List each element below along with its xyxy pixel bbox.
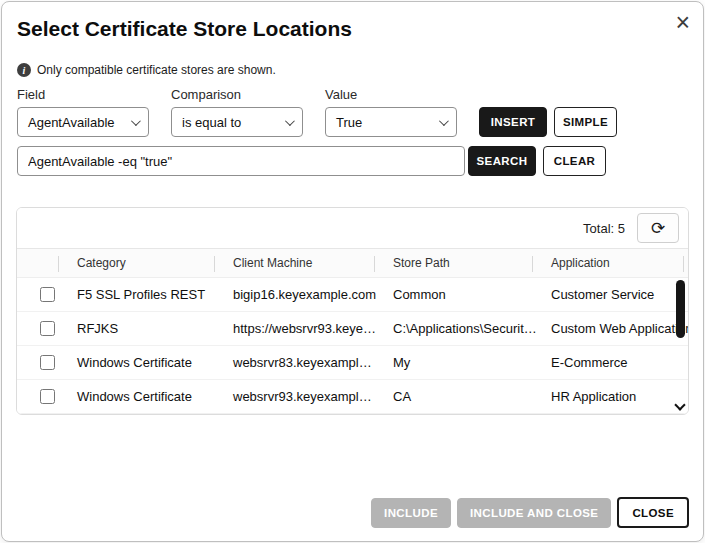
simple-button[interactable]: SIMPLE bbox=[554, 107, 617, 137]
select-certificate-store-dialog: Select Certificate Store Locations × i O… bbox=[1, 1, 704, 542]
table-header-row: Category Client Machine Store Path Appli… bbox=[17, 248, 688, 278]
info-text: Only compatible certificate stores are s… bbox=[37, 63, 276, 77]
cell-client-machine: https://websrvr93.keye… bbox=[219, 321, 379, 336]
field-group: Field AgentAvailable bbox=[17, 87, 149, 137]
field-select[interactable]: AgentAvailable bbox=[17, 107, 149, 137]
results-table-card: Total: 5 ⟳ Category Client Machine Store… bbox=[16, 207, 689, 415]
row-checkbox[interactable] bbox=[40, 287, 55, 302]
query-builder-row-2: SEARCH CLEAR bbox=[17, 146, 687, 176]
dialog-title: Select Certificate Store Locations bbox=[17, 17, 685, 41]
column-header-checkbox bbox=[17, 249, 63, 277]
vertical-scrollbar[interactable] bbox=[674, 280, 686, 412]
cell-store-path: CA bbox=[379, 389, 537, 404]
search-button[interactable]: SEARCH bbox=[468, 146, 536, 176]
field-label: Field bbox=[17, 87, 149, 102]
table-row[interactable]: F5 SSL Profiles REST bigip16.keyexample.… bbox=[17, 278, 688, 312]
refresh-button[interactable]: ⟳ bbox=[637, 213, 679, 243]
insert-simple-buttons: INSERT SIMPLE bbox=[479, 107, 617, 137]
cell-application: Custom Web Application bbox=[537, 321, 688, 336]
cell-category: RFJKS bbox=[63, 321, 219, 336]
query-builder-row-1: Field AgentAvailable Comparison is equal… bbox=[17, 87, 687, 137]
row-checkbox[interactable] bbox=[40, 321, 55, 336]
cell-client-machine: websrvr83.keyexampl… bbox=[219, 355, 379, 370]
search-clear-buttons: SEARCH CLEAR bbox=[468, 146, 606, 176]
cell-category: F5 SSL Profiles REST bbox=[63, 287, 219, 302]
value-label: Value bbox=[325, 87, 457, 102]
chevron-down-icon bbox=[439, 116, 449, 126]
cell-application: HR Application bbox=[537, 389, 688, 404]
column-header-client-machine[interactable]: Client Machine bbox=[219, 249, 379, 277]
table-row[interactable]: RFJKS https://websrvr93.keye… C:\Applica… bbox=[17, 312, 688, 346]
close-button[interactable]: CLOSE bbox=[617, 497, 689, 528]
table-toolbar: Total: 5 ⟳ bbox=[17, 208, 688, 248]
dialog-footer: INCLUDE INCLUDE AND CLOSE CLOSE bbox=[371, 497, 689, 528]
include-button[interactable]: INCLUDE bbox=[371, 498, 451, 528]
chevron-down-icon bbox=[131, 116, 141, 126]
scroll-down-arrow-icon[interactable] bbox=[674, 399, 685, 410]
row-checkbox[interactable] bbox=[40, 355, 55, 370]
cell-category: Windows Certificate bbox=[63, 389, 219, 404]
refresh-icon: ⟳ bbox=[651, 220, 665, 237]
cell-store-path: My bbox=[379, 355, 537, 370]
cell-store-path: C:\Applications\Securit… bbox=[379, 321, 537, 336]
info-icon: i bbox=[17, 63, 31, 77]
table-row[interactable]: Windows Certificate websrvr93.keyexampl…… bbox=[17, 380, 688, 414]
value-select-value: True bbox=[336, 115, 362, 130]
chevron-down-icon bbox=[285, 116, 295, 126]
column-header-application[interactable]: Application bbox=[537, 249, 688, 277]
close-icon[interactable]: × bbox=[675, 10, 690, 35]
cell-category: Windows Certificate bbox=[63, 355, 219, 370]
dialog-header: Select Certificate Store Locations bbox=[2, 2, 703, 47]
comparison-select[interactable]: is equal to bbox=[171, 107, 303, 137]
info-banner: i Only compatible certificate stores are… bbox=[17, 63, 687, 77]
query-builder: Field AgentAvailable Comparison is equal… bbox=[17, 87, 687, 176]
column-header-store-path[interactable]: Store Path bbox=[379, 249, 537, 277]
clear-button[interactable]: CLEAR bbox=[543, 146, 606, 176]
comparison-label: Comparison bbox=[171, 87, 303, 102]
query-input[interactable] bbox=[17, 146, 465, 176]
cell-client-machine: websrvr93.keyexampl… bbox=[219, 389, 379, 404]
value-select[interactable]: True bbox=[325, 107, 457, 137]
insert-button[interactable]: INSERT bbox=[479, 107, 547, 137]
scrollbar-thumb[interactable] bbox=[676, 280, 685, 338]
comparison-select-value: is equal to bbox=[182, 115, 241, 130]
comparison-group: Comparison is equal to bbox=[171, 87, 303, 137]
column-header-category[interactable]: Category bbox=[63, 249, 219, 277]
include-and-close-button[interactable]: INCLUDE AND CLOSE bbox=[457, 498, 611, 528]
total-count: Total: 5 bbox=[583, 221, 625, 236]
cell-application: E-Commerce bbox=[537, 355, 688, 370]
value-group: Value True bbox=[325, 87, 457, 137]
cell-application: Customer Service bbox=[537, 287, 688, 302]
cell-client-machine: bigip16.keyexample.com bbox=[219, 287, 379, 302]
field-select-value: AgentAvailable bbox=[28, 115, 115, 130]
row-checkbox[interactable] bbox=[40, 389, 55, 404]
cell-store-path: Common bbox=[379, 287, 537, 302]
table-body: F5 SSL Profiles REST bigip16.keyexample.… bbox=[17, 278, 688, 414]
table-row[interactable]: Windows Certificate websrvr83.keyexampl…… bbox=[17, 346, 688, 380]
